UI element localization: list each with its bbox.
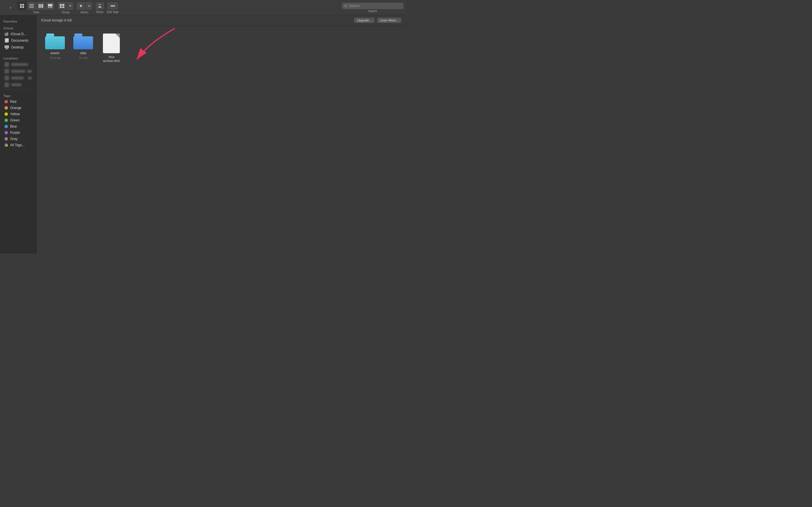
tag-dot-yellow [4,112,8,116]
documents-label: Documents [11,39,29,43]
svg-rect-0 [20,4,22,6]
svg-rect-1 [22,4,24,6]
svg-rect-13 [51,7,52,8]
banner-actions: Upgrade... Learn More... [354,17,402,23]
toolbar: ‹ › [0,0,406,15]
file-item-archive[interactable]: Your archive.html [99,31,124,65]
action-button[interactable] [77,2,86,10]
svg-rect-8 [40,4,42,8]
documents-icon [4,38,9,43]
sidebar-tag-purple[interactable]: Purple [1,129,35,136]
svg-rect-25 [4,45,9,48]
upgrade-button[interactable]: Upgrade... [354,17,374,23]
banner-message: iCloud storage is full. [41,18,72,22]
file-view: assets 4.5 MB data 2 KB [37,25,406,253]
upload-indicator-data: 2 KB [79,57,87,59]
share-label: Share [96,10,104,13]
sidebar: Favorites iCloud iCloud D... Documents [0,15,37,253]
svg-line-22 [347,6,347,7]
group-dropdown-button[interactable] [67,2,73,10]
action-dropdown-button[interactable] [86,2,93,10]
location-item-4[interactable] [1,81,35,88]
svg-rect-12 [50,7,51,8]
svg-rect-5 [29,6,34,6]
svg-rect-10 [48,4,52,6]
sidebar-item-documents[interactable]: Documents [1,37,35,44]
sidebar-tag-yellow[interactable]: Yellow [1,111,35,117]
svg-rect-6 [29,7,34,8]
tag-label-all: All Tags... [10,143,25,147]
sidebar-tag-orange[interactable]: Orange [1,105,35,111]
view-group [17,1,55,10]
locations-label: Locations [0,54,36,61]
gallery-view-button[interactable] [46,2,55,10]
svg-point-20 [114,5,115,6]
list-view-button[interactable] [27,2,36,10]
content-area: iCloud storage is full. Upgrade... Learn… [37,15,406,253]
tag-label-yellow: Yellow [10,112,20,116]
tag-dot-green [4,119,8,122]
group-group [57,1,74,10]
svg-rect-24 [5,38,9,42]
sidebar-item-desktop[interactable]: Desktop [1,44,35,51]
svg-point-18 [111,5,112,6]
favorites-label: Favorites [0,17,36,24]
column-view-button[interactable] [36,2,46,10]
location-icon-1 [4,62,9,67]
group-button[interactable] [57,2,67,10]
tag-label-green: Green [10,118,19,122]
svg-rect-2 [20,6,22,8]
search-box [342,3,404,9]
forward-button[interactable]: › [8,3,13,11]
icon-view-button[interactable] [18,2,27,10]
file-size-assets: 4.5 MB [52,57,61,59]
share-button[interactable] [95,2,105,10]
search-label: Search [368,10,377,13]
location-item-2[interactable] [1,68,35,75]
sidebar-tag-green[interactable]: Green [1,117,35,123]
file-size-data: 2 KB [82,57,87,59]
location-bar-1 [11,63,28,66]
sidebar-tag-all[interactable]: All Tags... [1,142,35,148]
folder-icon-data [73,34,93,49]
icloud-drive-label: iCloud D... [11,32,27,36]
svg-rect-26 [6,48,7,49]
sidebar-item-icloud-drive[interactable]: iCloud D... [1,31,35,37]
tag-dot-red [4,100,8,103]
location-icon-2 [4,69,9,73]
action-label: Action [81,11,89,14]
learn-more-button[interactable]: Learn More... [377,17,402,23]
svg-rect-15 [62,4,64,6]
location-item-3[interactable] [1,75,35,81]
location-bar-3b [28,76,32,79]
folder-icon-assets [45,34,65,49]
tag-dot-blue [4,125,8,128]
file-item-data[interactable]: data 2 KB [70,31,96,65]
svg-rect-7 [39,4,40,8]
svg-rect-16 [60,6,62,8]
file-item-assets[interactable]: assets 4.5 MB [42,31,68,65]
nav-back-forward: ‹ › [2,3,13,11]
search-input[interactable] [349,4,401,8]
desktop-icon [4,45,9,50]
sidebar-divider-2 [0,90,36,90]
icloud-section-label: iCloud [0,24,36,31]
svg-rect-14 [60,4,62,6]
location-item-1[interactable] [1,61,35,68]
sidebar-tag-blue[interactable]: Blue [1,123,35,129]
icloud-progress-icon [4,32,8,36]
location-icon-4 [4,82,9,87]
main-layout: Favorites iCloud iCloud D... Documents [0,15,406,253]
tag-dot-orange [4,106,8,110]
sidebar-tag-red[interactable]: Red [1,99,35,105]
folder-body-data [73,36,93,49]
edit-tags-button[interactable] [107,2,119,10]
sidebar-tag-gray[interactable]: Gray [1,136,35,142]
file-name-assets: assets [50,51,59,55]
back-button[interactable]: ‹ [2,3,7,11]
upload-indicator-assets: 4.5 MB [50,57,61,59]
svg-rect-17 [62,6,64,8]
location-bar-3 [11,76,24,79]
location-icon-3 [4,76,9,80]
action-group [76,1,93,10]
